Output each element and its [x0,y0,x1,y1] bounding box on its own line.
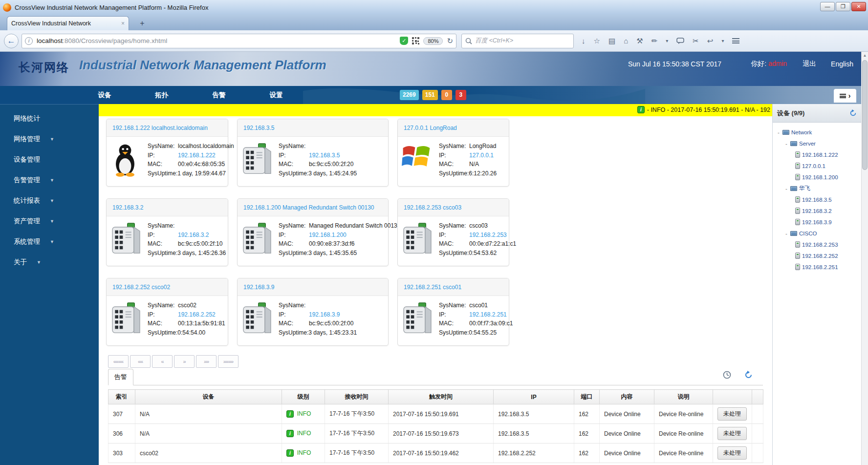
collapse-icon[interactable]: - [784,141,788,147]
undo-arrow-icon[interactable]: ↩ [707,37,714,45]
badge-critical[interactable]: 3 [456,90,466,100]
ip-link[interactable]: 192.168.1.200 [309,232,347,238]
ip-link[interactable]: 192.168.3.5 [309,152,340,159]
menu-hamburger-icon[interactable] [732,38,739,43]
nav-item-topology[interactable]: 拓扑 [148,86,175,104]
screenshot-scissors-icon[interactable]: ✂ [693,37,699,45]
ip-link[interactable]: 192.168.2.251 [469,311,507,318]
device-card-title[interactable]: 192.168.3.9 [238,278,388,296]
minimize-button[interactable]: — [820,2,835,11]
search-bar[interactable]: 百度 <Ctrl+K> [461,34,574,48]
reload-icon[interactable]: ↻ [447,37,453,45]
tree-node-device[interactable]: 192.168.2.253 [776,239,861,250]
library-icon[interactable]: ▤ [608,37,615,45]
device-card-title[interactable]: 192.168.1.200 Managed Redundant Switch 0… [238,199,388,216]
tree-node-device[interactable]: 192.168.3.2 [776,205,861,216]
tree-node-device[interactable]: 192.168.1.222 [776,149,861,160]
tree-node-group[interactable]: -华飞 [776,183,861,194]
panel-refresh-icon[interactable] [849,109,857,117]
scrollbar[interactable]: ▲ [861,52,868,465]
download-icon[interactable]: ↓ [582,37,586,45]
badge-total[interactable]: 2269 [400,90,419,100]
tab-title: CrossView Industrial Network [11,20,91,27]
pocket-brush-icon[interactable]: ✏ [651,37,658,45]
scrollbar-up-arrow[interactable]: ▲ [862,52,868,59]
site-info-icon[interactable]: i [25,37,33,45]
badge-warning[interactable]: 151 [422,90,438,100]
page-first-button[interactable]: «««« [108,355,129,368]
back-button[interactable]: ← [4,34,19,48]
tree-node-device[interactable]: 192.168.2.252 [776,250,861,261]
refresh-icon[interactable] [744,371,753,379]
tree-node-device[interactable]: 127.0.0.1 [776,160,861,171]
ip-link[interactable]: 192.168.1.222 [178,152,216,159]
bookmark-star-icon[interactable]: ☆ [594,37,600,45]
developer-wrench-icon[interactable]: ⚒ [636,37,643,45]
unhandled-button[interactable]: 未处理 [717,446,747,460]
device-card-title[interactable]: 192.168.1.222 localhost.localdomain [107,119,228,137]
logout-link[interactable]: 退出 [803,60,816,68]
tree-node-device[interactable]: 192.168.3.5 [776,194,861,205]
tree-node-group[interactable]: -Network [776,127,861,138]
collapse-icon[interactable]: - [784,186,788,191]
ip-label: IP: [148,231,178,240]
page-next-button[interactable]: » [174,355,195,368]
nav-item-settings[interactable]: 设置 [262,86,290,104]
scrollbar-thumb[interactable] [862,60,868,170]
page-last-button[interactable]: »»»» [218,355,239,368]
sidebar-item-network-stats[interactable]: 网络统计 [14,114,40,123]
url-bar[interactable]: i localhost:8080/Crossview/pages/home.xh… [22,34,456,48]
page-prev-button[interactable]: « [152,355,173,368]
shield-icon[interactable]: ✓ [400,37,408,45]
restore-button[interactable]: ❐ [836,2,850,11]
device-card-title[interactable]: 192.168.2.253 csco03 [398,199,509,216]
tab-alarm[interactable]: 告警 [108,369,133,385]
home-icon[interactable]: ⌂ [624,37,628,45]
nav-item-device[interactable]: 设备 [91,86,118,104]
tree-node-group[interactable]: -CISCO [776,228,861,239]
ip-link[interactable]: 127.0.0.1 [469,152,494,159]
badge-major[interactable]: 0 [441,90,452,100]
sidebar-item-about[interactable]: 关于▼ [14,258,41,267]
auto-refresh-clock-icon[interactable] [723,371,731,379]
collapse-icon[interactable]: - [777,129,781,135]
overflow-caret-icon[interactable]: ▾ [721,38,724,43]
device-card-title[interactable]: 192.168.3.5 [238,119,388,137]
ip-link[interactable]: 192.168.3.9 [309,311,340,318]
collapse-icon[interactable]: - [784,231,788,236]
page-fast-prev-button[interactable]: «« [130,355,151,368]
tree-node-group[interactable]: -Server [776,138,861,149]
chat-bubble-icon[interactable] [676,38,684,44]
ip-link[interactable]: 192.168.2.252 [178,311,216,318]
tree-node-device[interactable]: 192.168.2.251 [776,261,861,273]
close-button[interactable]: ✕ [851,2,866,11]
sidebar-item-network-mgmt[interactable]: 网络管理▼ [14,135,54,144]
device-card-title[interactable]: 192.168.3.2 [107,199,228,216]
sidebar-item-device-mgmt[interactable]: 设备管理 [14,155,40,164]
unhandled-button[interactable]: 未处理 [717,427,747,440]
language-link[interactable]: English [831,60,853,68]
sidebar-item-asset-mgmt[interactable]: 资产管理▼ [14,217,54,226]
page-fast-next-button[interactable]: »» [196,355,217,368]
device-panel-toggle[interactable]: › [834,89,856,103]
browser-tab[interactable]: CrossView Industrial Network × [7,16,129,30]
zoom-level-badge[interactable]: 80% [423,37,443,45]
device-card-title[interactable]: 127.0.0.1 LongRoad [398,119,509,137]
tree-node-device[interactable]: 192.168.1.200 [776,171,861,183]
unhandled-button[interactable]: 未处理 [717,407,747,421]
ip-link[interactable]: 192.168.3.2 [178,232,209,238]
chevron-down-icon: ▼ [50,178,54,183]
toolbar-caret-icon[interactable]: ▾ [666,38,668,43]
tab-close-icon[interactable]: × [121,20,125,27]
ip-link[interactable]: 192.168.2.253 [469,232,507,238]
new-tab-button[interactable]: + [136,19,149,29]
device-card-title[interactable]: 192.168.2.251 csco01 [398,278,509,296]
tree-node-device[interactable]: 192.168.3.9 [776,216,861,228]
nav-item-alarm[interactable]: 告警 [205,86,233,104]
sidebar-item-alarm-mgmt[interactable]: 告警管理▼ [14,176,54,185]
mac-value: 00:0e:d7:22:a1:c1 [469,240,516,247]
sidebar-item-report[interactable]: 统计报表▼ [14,196,54,205]
device-card-title[interactable]: 192.168.2.252 csco02 [107,278,228,296]
qr-grid-icon[interactable] [412,37,419,44]
sidebar-item-system-mgmt[interactable]: 系统管理▼ [14,237,54,246]
